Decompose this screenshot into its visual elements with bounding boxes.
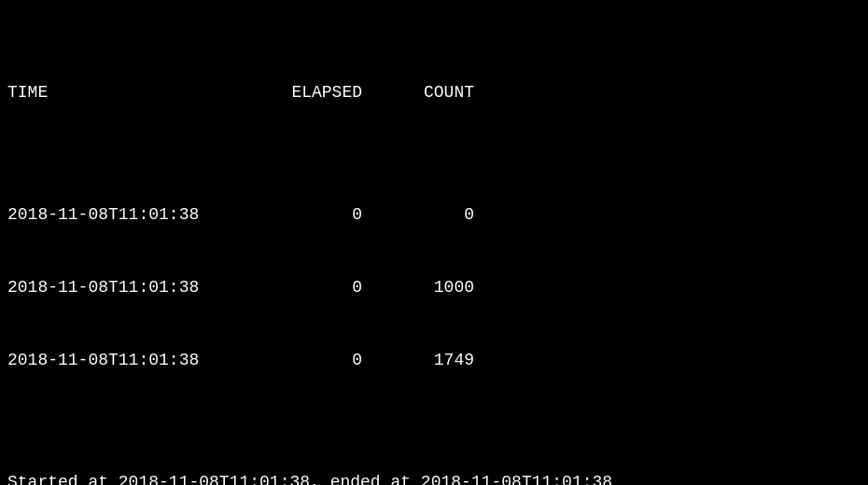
elapsed-header: ELAPSED xyxy=(269,80,381,104)
terminal-output: TIME ELAPSED COUNT 2018-11-08T11:01:38 0… xyxy=(7,7,861,485)
time-val-0: 2018-11-08T11:01:38 xyxy=(7,202,269,227)
elapsed-val-1: 0 xyxy=(269,275,381,299)
time-data-row-0: 2018-11-08T11:01:38 0 0 xyxy=(7,202,861,227)
elapsed-val-2: 0 xyxy=(269,348,381,372)
column-header-row: TIME ELAPSED COUNT xyxy=(7,80,861,104)
count-val-2: 1749 xyxy=(381,348,474,372)
count-header: COUNT xyxy=(381,80,474,104)
time-data-row-1: 2018-11-08T11:01:38 0 1000 xyxy=(7,275,861,299)
started-line: Started at 2018-11-08T11:01:38, ended at… xyxy=(7,470,861,485)
time-data-row-2: 2018-11-08T11:01:38 0 1749 xyxy=(7,348,861,372)
count-val-0: 0 xyxy=(381,202,474,227)
time-header: TIME xyxy=(7,80,269,104)
count-val-1: 1000 xyxy=(381,275,474,299)
time-val-1: 2018-11-08T11:01:38 xyxy=(7,275,269,299)
time-val-2: 2018-11-08T11:01:38 xyxy=(7,348,269,372)
elapsed-val-0: 0 xyxy=(269,202,381,227)
